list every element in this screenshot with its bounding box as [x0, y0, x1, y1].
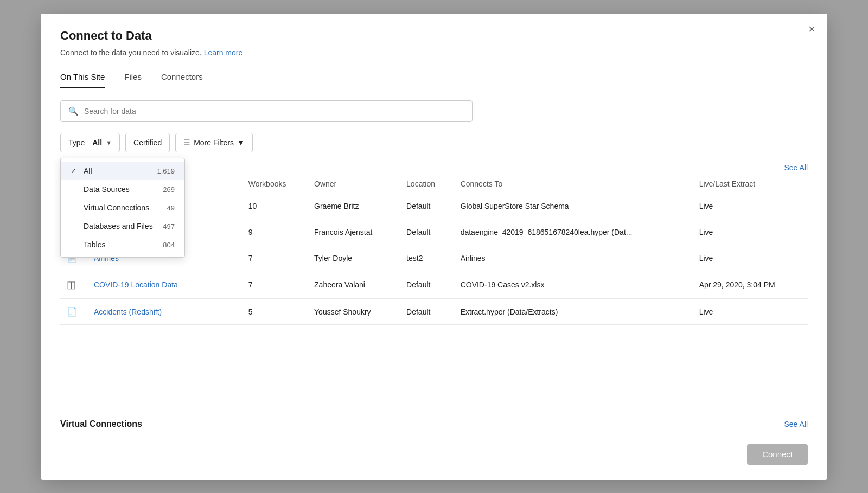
- row-connects-to-cell: Global SuperStore Star Schema: [454, 193, 693, 219]
- more-filters-button[interactable]: ☰ More Filters ▼: [175, 133, 253, 152]
- row-workbooks-cell: 5: [242, 299, 308, 325]
- connect-button[interactable]: Connect: [747, 444, 808, 465]
- row-location-cell: Default: [400, 193, 454, 219]
- dropdown-item-data-sources[interactable]: Data Sources 269: [61, 180, 184, 199]
- more-filters-label: More Filters: [194, 138, 234, 147]
- type-chevron-icon: ▼: [106, 139, 112, 146]
- close-button[interactable]: ×: [808, 23, 815, 35]
- dropdown-item-virtual-connections[interactable]: Virtual Connections 49: [61, 199, 184, 217]
- row-location-cell: test2: [400, 245, 454, 271]
- filter-icon: ☰: [183, 138, 190, 147]
- modal-footer: Connect: [41, 434, 827, 480]
- row-extract-cell: Live: [693, 193, 808, 219]
- type-label: Type: [68, 138, 85, 147]
- dropdown-item-count: 804: [163, 241, 175, 249]
- tab-files[interactable]: Files: [124, 67, 142, 88]
- virtual-connections-header: Virtual Connections See All: [60, 419, 808, 429]
- row-workbooks-cell: 10: [242, 193, 308, 219]
- row-connects-to-cell: Extract.hyper (Data/Extracts): [454, 299, 693, 325]
- table-row[interactable]: 📄Accidents (Redshift)5Youssef ShoukryDef…: [60, 299, 808, 325]
- dropdown-item-count: 497: [163, 222, 175, 231]
- dropdown-item-all[interactable]: ✓ All 1,619: [61, 162, 184, 180]
- dropdown-item-count: 49: [167, 204, 175, 212]
- multi-source-icon: ◫: [67, 279, 76, 290]
- modal-subtitle: Connect to the data you need to visualiz…: [60, 48, 808, 57]
- row-extract-cell: Apr 29, 2020, 3:04 PM: [693, 271, 808, 299]
- row-connects-to-cell: Airlines: [454, 245, 693, 271]
- tabs-bar: On This Site Files Connectors: [41, 67, 827, 88]
- modal-header: Connect to Data Connect to the data you …: [41, 14, 827, 67]
- row-workbooks-cell: 7: [242, 245, 308, 271]
- search-input[interactable]: [84, 107, 464, 116]
- table-row[interactable]: ◫COVID-19 Location Data7Zaheera ValaniDe…: [60, 271, 808, 299]
- row-extract-cell: Live: [693, 299, 808, 325]
- connect-to-data-modal: Connect to Data Connect to the data you …: [41, 14, 827, 480]
- data-sources-see-all-button[interactable]: See All: [784, 163, 808, 172]
- row-workbooks-cell: 9: [242, 219, 308, 245]
- certified-label: Certified: [133, 138, 162, 147]
- type-dropdown-menu: ✓ All 1,619 Data Sources 269 Virtual Con…: [60, 158, 185, 258]
- dropdown-item-label: Tables: [84, 240, 158, 249]
- dropdown-item-label: Databases and Files: [84, 222, 158, 231]
- row-location-cell: Default: [400, 219, 454, 245]
- row-workbooks-cell: 7: [242, 271, 308, 299]
- dropdown-item-label: Virtual Connections: [84, 203, 163, 212]
- col-workbooks[interactable]: Workbooks: [242, 175, 308, 193]
- certified-filter-button[interactable]: Certified: [125, 133, 170, 152]
- datasource-icon: 📄: [67, 307, 78, 316]
- row-icon-cell: ◫: [60, 271, 87, 299]
- row-location-cell: Default: [400, 271, 454, 299]
- row-owner-cell: Youssef Shoukry: [308, 299, 400, 325]
- row-owner-cell: Francois Ajenstat: [308, 219, 400, 245]
- row-owner-cell: Graeme Britz: [308, 193, 400, 219]
- row-name-cell[interactable]: Accidents (Redshift): [87, 299, 242, 325]
- learn-more-link[interactable]: Learn more: [204, 48, 243, 57]
- virtual-connections-see-all-button[interactable]: See All: [784, 420, 808, 428]
- col-extract[interactable]: Live/Last Extract: [693, 175, 808, 193]
- virtual-connections-title: Virtual Connections: [60, 419, 142, 429]
- row-connects-to-cell: COVID-19 Cases v2.xlsx: [454, 271, 693, 299]
- dropdown-item-label: All: [84, 167, 152, 175]
- col-connects-to[interactable]: Connects To: [454, 175, 693, 193]
- tab-connectors[interactable]: Connectors: [161, 67, 203, 88]
- dropdown-item-count: 1,619: [157, 167, 175, 175]
- col-location[interactable]: Location: [400, 175, 454, 193]
- virtual-connections-section: Virtual Connections See All: [41, 404, 827, 434]
- type-value: All: [92, 138, 102, 147]
- search-icon: 🔍: [68, 106, 79, 116]
- modal-title: Connect to Data: [60, 29, 808, 43]
- row-extract-cell: Live: [693, 245, 808, 271]
- modal-overlay: Connect to Data Connect to the data you …: [0, 0, 868, 493]
- search-bar: 🔍: [60, 100, 473, 122]
- main-content: 🔍 Type All ▼ Certified ☰ More Filters ▼: [41, 87, 827, 404]
- row-location-cell: Default: [400, 299, 454, 325]
- subtitle-text: Connect to the data you need to visualiz…: [60, 48, 202, 57]
- row-connects-to-cell: dataengine_42019_618651678240lea.hyper (…: [454, 219, 693, 245]
- row-extract-cell: Live: [693, 219, 808, 245]
- col-owner[interactable]: Owner: [308, 175, 400, 193]
- row-name-cell[interactable]: COVID-19 Location Data: [87, 271, 242, 299]
- dropdown-item-databases-files[interactable]: Databases and Files 497: [61, 217, 184, 235]
- row-owner-cell: Tyler Doyle: [308, 245, 400, 271]
- tab-on-this-site[interactable]: On This Site: [60, 67, 105, 88]
- more-filters-chevron-icon: ▼: [237, 138, 245, 147]
- dropdown-item-count: 269: [163, 185, 175, 194]
- row-icon-cell: 📄: [60, 299, 87, 325]
- filter-row: Type All ▼ Certified ☰ More Filters ▼ ✓ …: [60, 133, 808, 152]
- dropdown-item-tables[interactable]: Tables 804: [61, 235, 184, 254]
- check-icon: ✓: [71, 167, 79, 175]
- row-owner-cell: Zaheera Valani: [308, 271, 400, 299]
- type-filter-button[interactable]: Type All ▼: [60, 133, 120, 152]
- dropdown-item-label: Data Sources: [84, 185, 158, 194]
